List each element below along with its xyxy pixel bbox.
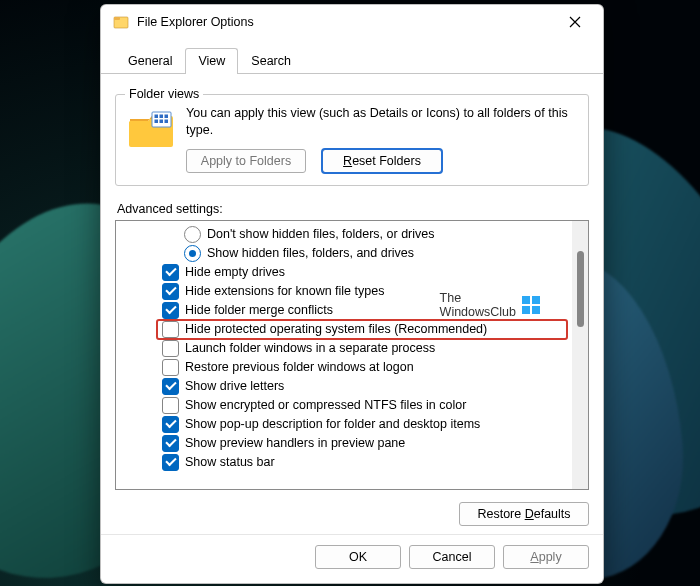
- svg-rect-1: [114, 17, 120, 20]
- tab-strip: General View Search: [101, 39, 603, 74]
- restore-defaults-button[interactable]: Restore Defaults: [459, 502, 589, 526]
- svg-rect-4: [160, 115, 164, 119]
- setting-label: Hide empty drives: [185, 265, 285, 279]
- advanced-setting-row[interactable]: Show encrypted or compressed NTFS files …: [116, 396, 572, 415]
- checkbox[interactable]: [162, 321, 179, 338]
- close-button[interactable]: [553, 7, 597, 37]
- folder-views-description: You can apply this view (such as Details…: [186, 105, 576, 139]
- checkbox[interactable]: [162, 435, 179, 452]
- tab-view[interactable]: View: [185, 48, 238, 74]
- window-title: File Explorer Options: [137, 15, 553, 29]
- setting-label: Show status bar: [185, 455, 275, 469]
- radio-button[interactable]: [184, 226, 201, 243]
- checkbox[interactable]: [162, 397, 179, 414]
- checkbox[interactable]: [162, 302, 179, 319]
- checkbox[interactable]: [162, 359, 179, 376]
- folder-views-group: Folder views You can apply this view (su…: [115, 94, 589, 186]
- tab-general[interactable]: General: [115, 48, 185, 74]
- svg-rect-7: [160, 120, 164, 124]
- advanced-settings-label: Advanced settings:: [117, 202, 589, 216]
- advanced-setting-row[interactable]: Hide empty drives: [116, 263, 572, 282]
- setting-label: Hide folder merge conflicts: [185, 303, 333, 317]
- checkbox[interactable]: [162, 454, 179, 471]
- apply-button[interactable]: Apply: [503, 545, 589, 569]
- setting-label: Show pop-up description for folder and d…: [185, 417, 480, 431]
- advanced-setting-row[interactable]: Show hidden files, folders, and drives: [116, 244, 572, 263]
- ok-button[interactable]: OK: [315, 545, 401, 569]
- dialog-buttons: OK Cancel Apply: [101, 534, 603, 583]
- setting-label: Hide extensions for known file types: [185, 284, 384, 298]
- setting-label: Hide protected operating system files (R…: [185, 322, 487, 336]
- svg-rect-6: [155, 120, 159, 124]
- setting-label: Show drive letters: [185, 379, 284, 393]
- close-icon: [569, 16, 581, 28]
- tab-search[interactable]: Search: [238, 48, 304, 74]
- svg-rect-8: [165, 120, 169, 124]
- svg-rect-5: [165, 115, 169, 119]
- setting-label: Show encrypted or compressed NTFS files …: [185, 398, 466, 412]
- advanced-setting-row[interactable]: Show preview handlers in preview pane: [116, 434, 572, 453]
- checkbox[interactable]: [162, 340, 179, 357]
- advanced-setting-row[interactable]: Hide extensions for known file types: [116, 282, 572, 301]
- checkbox[interactable]: [162, 264, 179, 281]
- advanced-setting-row[interactable]: Show status bar: [116, 453, 572, 472]
- scrollbar[interactable]: [572, 221, 588, 489]
- app-icon: [113, 14, 129, 30]
- scrollbar-thumb[interactable]: [577, 251, 584, 327]
- reset-folders-button[interactable]: Reset Folders: [322, 149, 442, 173]
- advanced-setting-row[interactable]: Show pop-up description for folder and d…: [116, 415, 572, 434]
- checkbox[interactable]: [162, 416, 179, 433]
- advanced-setting-row[interactable]: Hide protected operating system files (R…: [116, 320, 572, 339]
- checkbox[interactable]: [162, 378, 179, 395]
- advanced-setting-row[interactable]: Hide folder merge conflicts: [116, 301, 572, 320]
- folder-icon: [128, 109, 174, 149]
- svg-rect-3: [155, 115, 159, 119]
- checkbox[interactable]: [162, 283, 179, 300]
- radio-button[interactable]: [184, 245, 201, 262]
- setting-label: Launch folder windows in a separate proc…: [185, 341, 435, 355]
- advanced-setting-row[interactable]: Restore previous folder windows at logon: [116, 358, 572, 377]
- setting-label: Restore previous folder windows at logon: [185, 360, 414, 374]
- setting-label: Show hidden files, folders, and drives: [207, 246, 414, 260]
- advanced-settings-box: Don't show hidden files, folders, or dri…: [115, 220, 589, 490]
- tab-content: Folder views You can apply this view (su…: [101, 74, 603, 534]
- advanced-settings-list[interactable]: Don't show hidden files, folders, or dri…: [116, 221, 572, 489]
- folder-views-title: Folder views: [125, 87, 203, 101]
- cancel-button[interactable]: Cancel: [409, 545, 495, 569]
- file-explorer-options-dialog: File Explorer Options General View Searc…: [100, 4, 604, 584]
- advanced-setting-row[interactable]: Don't show hidden files, folders, or dri…: [116, 225, 572, 244]
- setting-label: Don't show hidden files, folders, or dri…: [207, 227, 435, 241]
- advanced-setting-row[interactable]: Launch folder windows in a separate proc…: [116, 339, 572, 358]
- setting-label: Show preview handlers in preview pane: [185, 436, 405, 450]
- titlebar: File Explorer Options: [101, 5, 603, 39]
- apply-to-folders-button[interactable]: Apply to Folders: [186, 149, 306, 173]
- advanced-setting-row[interactable]: Show drive letters: [116, 377, 572, 396]
